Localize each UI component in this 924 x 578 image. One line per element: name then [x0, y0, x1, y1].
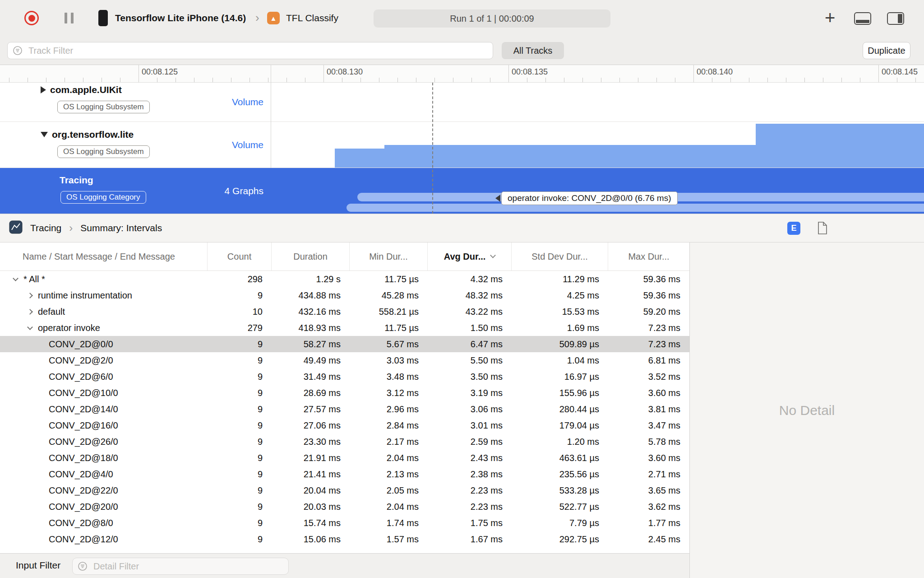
ruler-major-tick: [323, 65, 324, 82]
column-header-min[interactable]: Min Dur...: [350, 242, 428, 270]
row-name: CONV_2D@22/0: [49, 485, 118, 496]
detail-filter-input[interactable]: [72, 558, 289, 575]
process-name: TFL Classify: [286, 13, 338, 23]
cell-avg: 2.59 ms: [428, 434, 512, 450]
column-header-max[interactable]: Max Dur...: [608, 242, 689, 270]
cell-max: 3.62 ms: [608, 499, 689, 515]
volume-chart-lane[interactable]: [271, 122, 924, 168]
cell-std: 7.79 µs: [512, 515, 608, 531]
table-row[interactable]: CONV_2D@14/0927.57 ms2.96 ms3.06 ms280.4…: [0, 401, 689, 417]
all-tracks-button[interactable]: All Tracks: [502, 42, 564, 59]
extended-detail-toggle[interactable]: E: [787, 222, 800, 235]
chevron-right-icon[interactable]: [27, 293, 33, 298]
table-row[interactable]: CONV_2D@2/0949.49 ms3.03 ms5.50 ms1.04 m…: [0, 352, 689, 368]
toggle-right-pane-button[interactable]: [887, 12, 904, 25]
cell-avg: 3.01 ms: [428, 417, 512, 434]
record-button[interactable]: [24, 11, 39, 25]
ruler-tick: [65, 78, 65, 82]
cell-std: 16.97 µs: [512, 368, 608, 385]
disclosure-right-icon[interactable]: [41, 86, 46, 93]
track-row-tracing-selected[interactable]: Tracing OS Logging Category 4 Graphs ope…: [0, 168, 924, 214]
cell-avg: 1.67 ms: [428, 531, 512, 547]
detail-header: Tracing › Summary: Intervals E: [0, 214, 924, 242]
cell-std: 1.04 ms: [512, 352, 608, 368]
table-row[interactable]: CONV_2D@22/0920.04 ms2.05 ms2.23 ms533.2…: [0, 482, 689, 499]
process-breadcrumb[interactable]: ▲ TFL Classify: [267, 0, 338, 36]
track-label: Tracing OS Logging Category 4 Graphs: [0, 168, 271, 214]
device-breadcrumb[interactable]: Tensorflow Lite iPhone (14.6): [98, 0, 246, 36]
ruler-major-tick: [693, 65, 694, 82]
cell-avg: 6.47 ms: [428, 336, 512, 352]
chevron-down-icon[interactable]: [13, 275, 18, 281]
duplicate-button[interactable]: Duplicate: [863, 42, 910, 59]
cell-max: 1.77 ms: [608, 515, 689, 531]
input-filter-label[interactable]: Input Filter: [16, 560, 60, 571]
cell-duration: 20.03 ms: [272, 499, 350, 515]
column-header-name[interactable]: Name / Start Message / End Message: [0, 242, 208, 270]
pause-button[interactable]: [65, 13, 74, 23]
ruler-tick: [360, 78, 361, 82]
filter-icon: [13, 46, 23, 57]
cell-count: 9: [208, 515, 272, 531]
column-header-avg[interactable]: Avg Dur...: [428, 242, 512, 270]
ruler-tick: [619, 78, 620, 82]
toggle-bottom-pane-button[interactable]: [854, 12, 871, 25]
ruler-tick: [268, 78, 268, 82]
track-row-tensorflow[interactable]: org.tensorflow.lite OS Logging Subsystem…: [0, 122, 924, 168]
ruler-tick: [712, 78, 712, 82]
ruler-tick: [749, 78, 749, 82]
table-row[interactable]: CONV_2D@18/0921.91 ms2.04 ms2.43 ms463.6…: [0, 450, 689, 466]
table-row[interactable]: default10432.16 ms558.21 µs43.22 ms15.53…: [0, 303, 689, 320]
cell-min: 5.67 ms: [350, 336, 428, 352]
table-row[interactable]: * All *2981.29 s11.75 µs4.32 ms11.29 ms5…: [0, 271, 689, 287]
chevron-right-icon[interactable]: [27, 309, 33, 315]
cell-duration: 49.49 ms: [272, 352, 350, 368]
table-row[interactable]: CONV_2D@4/0921.41 ms2.13 ms2.38 ms235.56…: [0, 466, 689, 482]
cell-max: 3.47 ms: [608, 417, 689, 434]
disclosure-down-icon[interactable]: [41, 132, 48, 137]
cell-duration: 28.69 ms: [272, 385, 350, 401]
table-row[interactable]: CONV_2D@0/0958.27 ms5.67 ms6.47 ms509.89…: [0, 336, 689, 352]
track-row-uikit[interactable]: com.apple.UIKit OS Logging Subsystem Vol…: [0, 83, 924, 122]
cell-avg: 2.23 ms: [428, 482, 512, 499]
cell-max: 7.23 ms: [608, 320, 689, 336]
table-row[interactable]: CONV_2D@26/0923.30 ms2.17 ms2.59 ms1.20 …: [0, 434, 689, 450]
cell-min: 2.13 ms: [350, 466, 428, 482]
detail-filter: [72, 558, 289, 575]
table-row[interactable]: runtime instrumentation9434.88 ms45.28 m…: [0, 287, 689, 303]
add-instrument-button[interactable]: +: [825, 8, 835, 27]
column-header-duration[interactable]: Duration: [272, 242, 350, 270]
cell-min: 3.12 ms: [350, 385, 428, 401]
table-row[interactable]: CONV_2D@10/0928.69 ms3.12 ms3.19 ms155.9…: [0, 385, 689, 401]
cell-std: 4.25 ms: [512, 287, 608, 303]
document-icon[interactable]: [818, 222, 827, 236]
ruler-tick: [545, 78, 546, 82]
ruler-tick: [527, 78, 527, 82]
cell-min: 1.57 ms: [350, 531, 428, 547]
table-row[interactable]: CONV_2D@12/0915.06 ms1.57 ms1.67 ms292.7…: [0, 531, 689, 547]
column-header-count[interactable]: Count: [208, 242, 272, 270]
table-row[interactable]: CONV_2D@16/0927.06 ms2.84 ms3.01 ms179.0…: [0, 417, 689, 434]
cell-std: 1.69 ms: [512, 320, 608, 336]
ruler-tick: [46, 78, 46, 82]
chevron-down-icon[interactable]: [27, 324, 33, 330]
track-filter: [7, 42, 493, 59]
column-header-stddev[interactable]: Std Dev Dur...: [512, 242, 608, 270]
breadcrumb-page[interactable]: Summary: Intervals: [80, 223, 162, 233]
track-lane-empty[interactable]: [271, 83, 924, 121]
ruler-tick: [490, 78, 490, 82]
table-row[interactable]: operator invoke279418.93 ms11.75 µs1.50 …: [0, 320, 689, 336]
table-row[interactable]: CONV_2D@6/0931.49 ms3.48 ms3.50 ms16.97 …: [0, 368, 689, 385]
row-name: CONV_2D@16/0: [49, 420, 118, 431]
timeline-ruler[interactable]: 00:08.12500:08.13000:08.13500:08.14000:0…: [0, 65, 924, 83]
track-filter-input[interactable]: [7, 42, 493, 59]
ruler-label: 00:08.135: [512, 67, 548, 77]
table-row[interactable]: CONV_2D@8/0915.74 ms1.74 ms1.75 ms7.79 µ…: [0, 515, 689, 531]
breadcrumb-root[interactable]: Tracing: [30, 223, 61, 233]
table-row[interactable]: CONV_2D@20/0920.03 ms2.04 ms2.23 ms522.7…: [0, 499, 689, 515]
tracing-intervals-lane[interactable]: operator invoke: CONV_2D@0/0 (6.76 ms): [271, 168, 924, 214]
ruler-tick: [471, 78, 472, 82]
volume-area-chart: [384, 145, 756, 168]
playhead-dashed-line[interactable]: [432, 83, 433, 214]
cell-std: 15.53 ms: [512, 303, 608, 320]
